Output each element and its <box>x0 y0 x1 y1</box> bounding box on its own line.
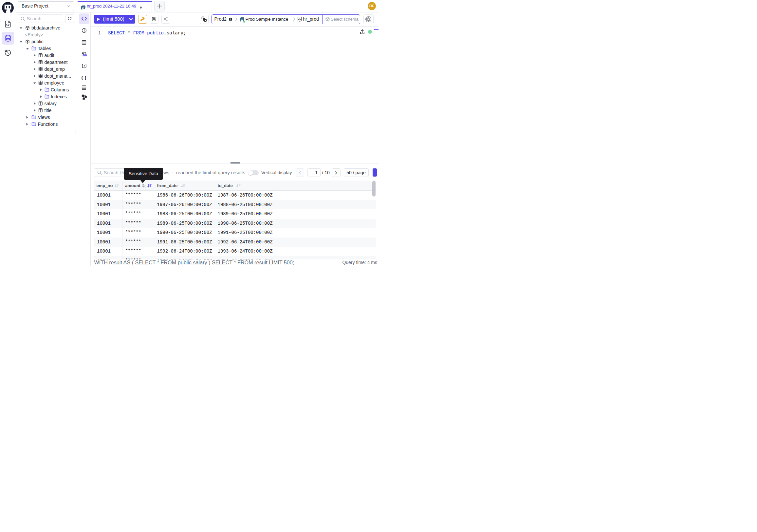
svg-text:f: f <box>83 64 85 68</box>
